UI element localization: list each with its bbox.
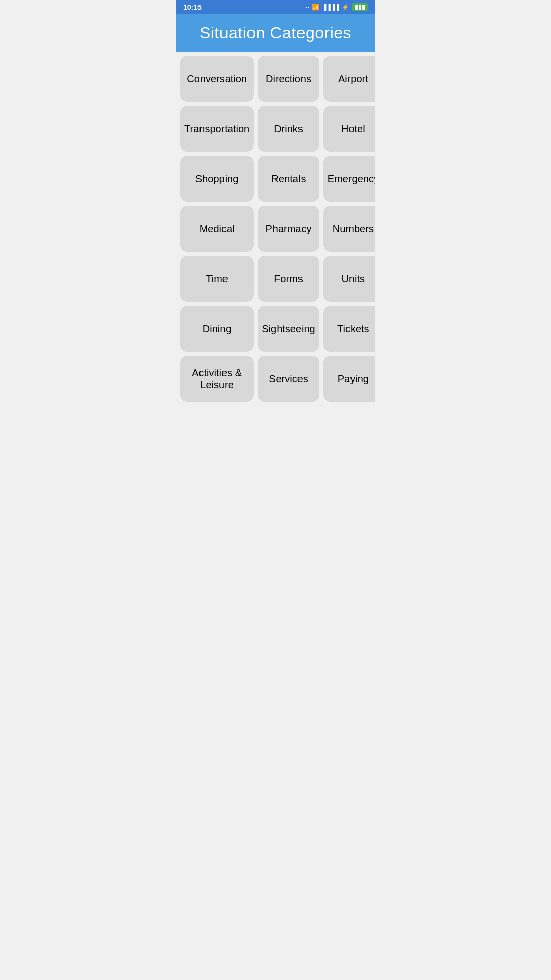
category-label-rentals: Rentals <box>271 173 306 185</box>
category-item-paying[interactable]: Paying <box>323 356 375 402</box>
category-item-drinks[interactable]: Drinks <box>258 106 319 152</box>
charging-icon: ⚡ <box>342 4 349 11</box>
category-label-dining: Dining <box>203 323 232 335</box>
category-label-airport: Airport <box>338 72 368 85</box>
category-label-time: Time <box>206 273 228 285</box>
category-label-paying: Paying <box>338 373 369 385</box>
category-item-time[interactable]: Time <box>180 256 254 302</box>
category-item-conversation[interactable]: Conversation <box>180 56 254 102</box>
category-label-pharmacy: Pharmacy <box>265 223 311 235</box>
category-item-emergency[interactable]: Emergency <box>323 156 375 202</box>
category-item-pharmacy[interactable]: Pharmacy <box>258 206 319 252</box>
signal-icon: ▐▐▐▐ <box>322 4 339 11</box>
category-label-sightseeing: Sightseeing <box>262 323 315 335</box>
category-label-directions: Directions <box>266 72 311 85</box>
category-label-conversation: Conversation <box>187 72 247 85</box>
category-item-airport[interactable]: Airport <box>323 56 375 102</box>
category-item-hotel[interactable]: Hotel <box>323 106 375 152</box>
category-item-tickets[interactable]: Tickets <box>323 306 375 352</box>
category-label-activities-leisure: Activities &Leisure <box>192 366 242 391</box>
category-item-sightseeing[interactable]: Sightseeing <box>258 306 319 352</box>
category-item-units[interactable]: Units <box>323 256 375 302</box>
status-bar: 10:15 ··· 📶 ▐▐▐▐ ⚡ ▮▮▮ <box>176 0 375 14</box>
category-item-activities-leisure[interactable]: Activities &Leisure <box>180 356 254 402</box>
app-header: Situation Categories <box>176 14 375 52</box>
category-item-shopping[interactable]: Shopping <box>180 156 254 202</box>
category-label-numbers: Numbers <box>333 223 374 235</box>
category-label-medical: Medical <box>199 223 235 235</box>
status-time: 10:15 <box>183 3 202 11</box>
category-label-emergency: Emergency <box>328 173 375 185</box>
category-item-numbers[interactable]: Numbers <box>323 206 375 252</box>
empty-area <box>176 406 375 610</box>
status-icons: ··· 📶 ▐▐▐▐ ⚡ ▮▮▮ <box>304 3 368 11</box>
category-label-hotel: Hotel <box>341 122 365 135</box>
category-item-medical[interactable]: Medical <box>180 206 254 252</box>
category-label-drinks: Drinks <box>274 122 303 135</box>
category-item-directions[interactable]: Directions <box>258 56 319 102</box>
category-item-dining[interactable]: Dining <box>180 306 254 352</box>
battery-icon: ▮▮▮ <box>352 3 368 11</box>
dots-icon: ··· <box>304 4 309 11</box>
wifi-icon: 📶 <box>312 4 319 11</box>
category-label-services: Services <box>269 373 308 385</box>
category-item-services[interactable]: Services <box>258 356 319 402</box>
category-label-units: Units <box>342 273 365 285</box>
category-label-tickets: Tickets <box>337 323 369 335</box>
page-title: Situation Categories <box>181 23 370 42</box>
category-label-forms: Forms <box>274 273 303 285</box>
category-item-transportation[interactable]: Transportation <box>180 106 254 152</box>
categories-grid: ConversationDirectionsAirportTransportat… <box>176 52 375 406</box>
category-label-shopping: Shopping <box>195 173 239 185</box>
category-item-forms[interactable]: Forms <box>258 256 319 302</box>
category-label-transportation: Transportation <box>184 122 249 135</box>
category-item-rentals[interactable]: Rentals <box>258 156 319 202</box>
